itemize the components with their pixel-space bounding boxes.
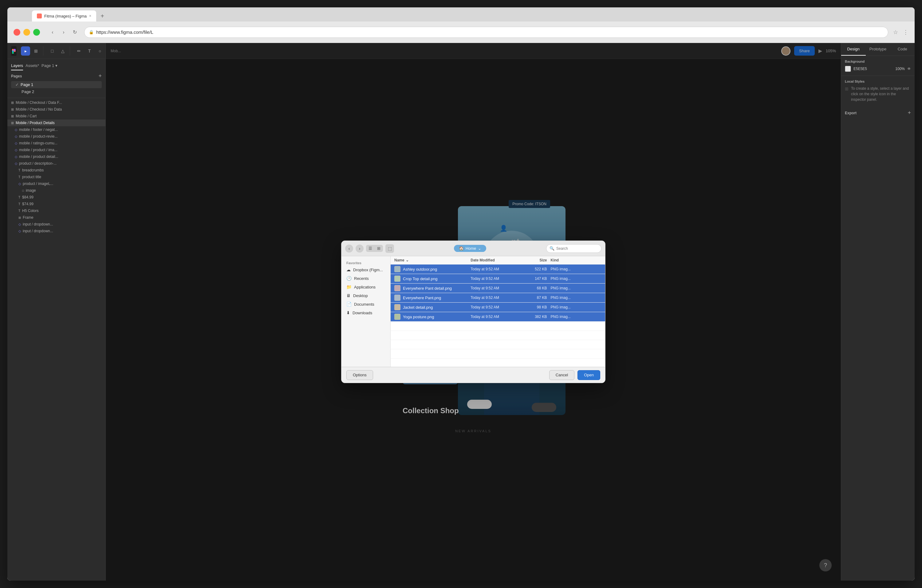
file-row-empty-1 (391, 322, 605, 331)
search-input[interactable] (556, 247, 598, 251)
layer-frame[interactable]: ⊞ Frame (7, 214, 105, 221)
cancel-button[interactable]: Cancel (549, 370, 574, 380)
color-swatch[interactable] (845, 66, 851, 72)
sidebar-item-downloads[interactable]: ⬇ Downloads (342, 309, 390, 317)
layer-input-dropdown-2[interactable]: ◇ input / dropdown... (7, 228, 105, 234)
new-tab-button[interactable]: + (97, 10, 108, 21)
open-button[interactable]: Open (577, 370, 600, 380)
maximize-button[interactable] (33, 29, 40, 36)
add-page-button[interactable]: + (98, 73, 102, 79)
file-list: Name ⌄ Date Modified Size (391, 256, 605, 367)
text-icon: T (18, 196, 20, 199)
options-button[interactable]: Options (347, 370, 373, 380)
dropbox-icon: ☁ (347, 267, 351, 272)
layer-price-2[interactable]: T $74.99 (7, 201, 105, 207)
file-row-empty-5 (391, 359, 605, 367)
layer-mobile-ratings[interactable]: ◇ mobile / ratings-cumu... (7, 140, 105, 147)
file-row-empty-4 (391, 349, 605, 359)
layer-h5-colors[interactable]: T H5 Colors (7, 207, 105, 214)
code-tab[interactable]: Code (890, 43, 915, 56)
file-row-everywhere-pant-detail[interactable]: Everywhere Pant detail.png Today at 9:52… (391, 284, 605, 293)
file-row-yoga-posture[interactable]: Yoga posture.png Today at 9:52 AM 382 KB… (391, 312, 605, 322)
layer-product-title[interactable]: T product title (7, 173, 105, 180)
menu-icon[interactable]: ⋮ (903, 29, 909, 36)
name-column-header[interactable]: Name ⌄ (394, 258, 471, 262)
layer-price-1[interactable]: T $84.99 (7, 194, 105, 201)
text-icon: T (18, 209, 20, 212)
file-row-jacket-detail[interactable]: Jacket detail.png Today at 9:52 AM 98 KB… (391, 302, 605, 312)
assets-tab[interactable]: Assets* (26, 62, 39, 70)
layer-mobile-checkout-nodata[interactable]: ⊞ Mobile / Checkout / No Data (7, 106, 105, 113)
file-row-everywhere-pant[interactable]: Everywhere Pant.png Today at 9:52 AM 87 … (391, 293, 605, 302)
sidebar-item-documents[interactable]: 📄 Documents (342, 300, 390, 309)
svg-rect-3 (14, 49, 16, 51)
file-name-cell: Everywhere Pant.png (394, 295, 471, 301)
figma-logo[interactable] (11, 46, 16, 56)
file-name-cell: Crop Top detail.png (394, 276, 471, 282)
frame-tool[interactable]: □ (47, 46, 57, 56)
minimize-button[interactable] (23, 29, 30, 36)
url-text: https://www.figma.com/file/L (96, 29, 154, 35)
picker-search[interactable]: 🔍 (546, 244, 602, 253)
layer-label: mobile / product-revie... (19, 134, 57, 139)
file-row-empty-2 (391, 331, 605, 340)
forward-button[interactable]: › (59, 28, 68, 37)
back-button[interactable]: ‹ (48, 28, 57, 37)
text-tool[interactable]: T (85, 46, 94, 56)
page-tab[interactable]: Page 1 ▾ (41, 62, 57, 70)
layers-tab[interactable]: Layers (11, 62, 23, 70)
layer-mobile-product-image[interactable]: ◇ mobile / product / ima... (7, 147, 105, 153)
prototype-tab[interactable]: Prototype (866, 43, 890, 56)
sidebar-item-desktop[interactable]: 🖥 Desktop (342, 291, 390, 300)
pen-tool[interactable]: ✏ (74, 46, 83, 56)
shape-tool[interactable]: △ (58, 46, 67, 56)
list-view-button[interactable]: ☰ (366, 245, 374, 252)
export-add-button[interactable]: + (907, 109, 911, 116)
picker-forward-button[interactable]: › (356, 245, 364, 253)
hex-value[interactable]: E5E5E5 (853, 67, 867, 71)
layer-mobile-checkout-data[interactable]: ⊞ Mobile / Checkout / Data F... (7, 99, 105, 106)
page-1-item[interactable]: ✓ Page 1 (11, 81, 102, 88)
downloads-label: Downloads (353, 310, 372, 315)
file-row-ashley[interactable]: Ashley outdoor.png Today at 9:52 AM 522 … (391, 265, 605, 274)
layer-mobile-product-details[interactable]: ⊞ Mobile / Product Details (7, 119, 105, 126)
active-tab[interactable]: Fitma (Images) – Figma × (32, 10, 96, 21)
favorites-label: Favorites (342, 260, 390, 265)
select-tool[interactable]: ▸ (21, 46, 30, 56)
layer-mobile-cart[interactable]: ⊞ Mobile / Cart (7, 113, 105, 119)
size-column-header[interactable]: Size (521, 258, 547, 262)
design-tab[interactable]: Design (841, 43, 866, 56)
opacity-value[interactable]: 100% (895, 67, 905, 71)
picker-back-button[interactable]: ‹ (345, 245, 353, 253)
tab-close-button[interactable]: × (89, 14, 91, 18)
close-button[interactable] (13, 29, 20, 36)
page-2-item[interactable]: Page 2 (11, 88, 102, 95)
file-size: 147 KB (521, 276, 547, 281)
layer-mobile-product-detail[interactable]: ◇ mobile / product detail... (7, 153, 105, 160)
visibility-icon[interactable]: 👁 (907, 67, 911, 71)
address-bar[interactable]: 🔒 https://www.figma.com/file/L (84, 27, 888, 38)
location-pill[interactable]: 🏠 Home ⌄ (454, 245, 487, 252)
layer-mobile-footer[interactable]: ◇ mobile / footer / negat... (7, 126, 105, 133)
layer-image[interactable]: □ image (7, 187, 105, 194)
sidebar-item-applications[interactable]: 📁 Applications (342, 283, 390, 291)
hint-icon: ⊞ (845, 87, 848, 91)
layer-input-dropdown-1[interactable]: ◇ input / dropdown... (7, 221, 105, 228)
bookmark-icon[interactable]: ☆ (893, 29, 898, 36)
file-row-crop-top[interactable]: Crop Top detail.png Today at 9:52 AM 147… (391, 274, 605, 284)
sidebar-item-recents[interactable]: 🕐 Recents (342, 274, 390, 283)
picker-action-button[interactable]: ⬚ (386, 244, 394, 253)
layer-product-description[interactable]: ◇ product / description-... (7, 160, 105, 167)
comment-tool[interactable]: ○ (95, 46, 105, 56)
bg-row: E5E5E5 100% 👁 (845, 66, 911, 72)
refresh-button[interactable]: ↻ (70, 28, 79, 37)
date-column-header[interactable]: Date Modified (471, 258, 521, 262)
kind-column-header[interactable]: Kind (547, 258, 602, 262)
layer-product-imagel[interactable]: ◇ product / imageL... (7, 180, 105, 187)
grid-view-button[interactable]: ⊞ (374, 245, 383, 252)
scale-tool[interactable]: ⊞ (31, 46, 41, 56)
layer-breadcrumbs[interactable]: T breadcrumbs (7, 167, 105, 173)
sidebar-item-dropbox[interactable]: ☁ Dropbox (Figm... (342, 265, 390, 274)
text-icon: T (18, 203, 20, 206)
layer-mobile-review[interactable]: ◇ mobile / product-revie... (7, 133, 105, 140)
